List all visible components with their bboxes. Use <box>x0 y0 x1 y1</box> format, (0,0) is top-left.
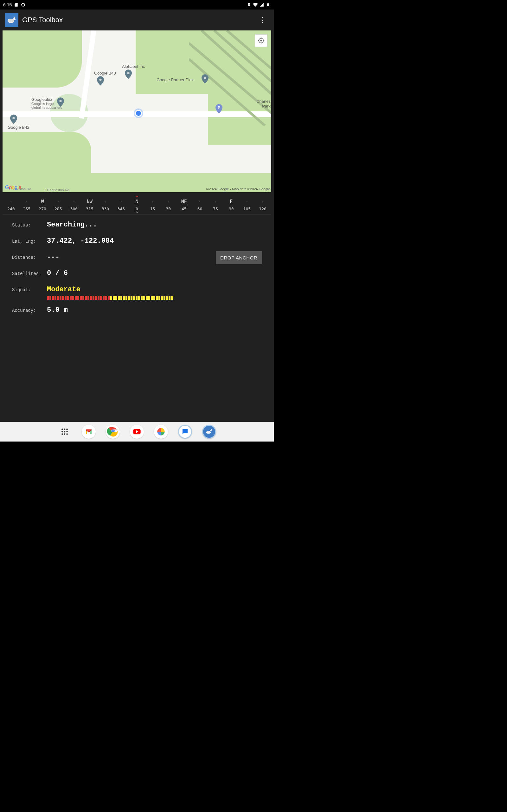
svg-point-1 <box>22 4 24 6</box>
signal-segment <box>161 296 163 300</box>
signal-segment <box>138 296 140 300</box>
latlng-label: Lat, Lng: <box>12 239 47 244</box>
android-nav-bar <box>0 422 274 442</box>
compass-heading-down-icon: ⌄ <box>135 193 139 197</box>
signal-segment <box>115 296 117 300</box>
svg-point-11 <box>61 428 63 430</box>
app-drawer-icon[interactable] <box>58 425 72 439</box>
signal-segment <box>113 296 115 300</box>
compass-degree: 105 <box>239 206 255 211</box>
signal-segment <box>110 296 112 300</box>
messages-icon[interactable] <box>178 425 192 439</box>
signal-segment <box>153 296 155 300</box>
signal-segment <box>47 296 49 300</box>
map-label-b40: Google B40 <box>94 71 116 75</box>
signal-segment <box>67 296 69 300</box>
compass-direction: NW <box>82 199 98 205</box>
signal-segment <box>65 296 66 300</box>
compass-direction: ▿ <box>239 199 255 205</box>
signal-segment <box>82 296 84 300</box>
compass-direction: ▿ <box>192 199 208 205</box>
compass-degree: 300 <box>66 206 82 211</box>
compass-direction: ▿ <box>113 199 129 205</box>
signal-segment <box>135 296 137 300</box>
signal-segment <box>103 296 105 300</box>
map-copyright: ©2024 Google - Map data ©2024 Google <box>206 187 270 191</box>
signal-segment <box>60 296 61 300</box>
compass-degree: 120 <box>255 206 271 211</box>
signal-segment <box>141 296 143 300</box>
location-icon <box>246 2 251 7</box>
signal-segment <box>90 296 92 300</box>
signal-segment <box>164 296 165 300</box>
svg-point-24 <box>206 431 211 434</box>
compass-direction: ▿ <box>160 199 176 205</box>
map-pin[interactable] <box>57 97 64 107</box>
overflow-menu-button[interactable]: ⋮ <box>257 13 269 27</box>
compass-strip[interactable]: ⌄ ▿▿W▿▿NW▿▿N▿▿NE▿▿E▿▿ 240255270285300315… <box>3 192 271 214</box>
parking-pin[interactable]: P <box>216 104 222 113</box>
compass-degree: 60 <box>192 206 208 211</box>
compass-degree: 90 <box>223 206 239 211</box>
compass-degree: 330 <box>98 206 113 211</box>
signal-segment <box>98 296 100 300</box>
compass-direction: NE <box>176 199 192 205</box>
signal-segment <box>105 296 107 300</box>
accuracy-value: 5.0 m <box>47 306 68 314</box>
compass-degree: 45 <box>176 206 192 211</box>
my-location-button[interactable] <box>255 34 268 47</box>
signal-segment <box>49 296 51 300</box>
signal-segment <box>118 296 120 300</box>
gmail-icon[interactable] <box>82 425 96 439</box>
svg-point-14 <box>61 431 63 433</box>
signal-segment <box>123 296 125 300</box>
signal-segment <box>143 296 145 300</box>
distance-value: --- <box>47 253 60 261</box>
sd-card-icon <box>14 2 19 7</box>
chrome-icon[interactable] <box>106 425 120 439</box>
map-label-b42: Google B42 <box>8 125 30 130</box>
signal-segment <box>95 296 97 300</box>
status-time: 6:15 <box>3 2 12 7</box>
svg-point-17 <box>61 433 63 435</box>
wifi-icon <box>253 2 258 7</box>
signal-segment <box>171 296 173 300</box>
youtube-icon[interactable] <box>130 425 144 439</box>
map-pin[interactable] <box>97 76 104 86</box>
android-status-bar: 6:15 <box>0 0 274 9</box>
compass-direction: N <box>129 199 145 205</box>
signal-segment <box>52 296 54 300</box>
compass-direction: E <box>223 199 239 205</box>
compass-direction: ▿ <box>255 199 271 205</box>
map-pin[interactable] <box>10 114 17 124</box>
gps-toolbox-icon[interactable] <box>202 425 216 439</box>
satellites-value: 0 / 6 <box>47 269 68 277</box>
map-view[interactable]: Googleplex Google's large global headqua… <box>3 31 271 192</box>
svg-point-7 <box>12 117 14 119</box>
compass-direction: ▿ <box>208 199 223 205</box>
current-location-dot <box>135 110 142 117</box>
signal-value: Moderate <box>47 286 80 293</box>
svg-point-16 <box>66 431 68 433</box>
compass-degree: 270 <box>35 206 50 211</box>
signal-segment <box>72 296 74 300</box>
signal-segment <box>151 296 153 300</box>
compass-degree: 30 <box>160 206 176 211</box>
compass-degree: 285 <box>50 206 66 211</box>
map-road-label: E Charleston Rd <box>44 188 69 192</box>
drop-anchor-button[interactable]: DROP ANCHOR <box>216 251 262 264</box>
photos-icon[interactable] <box>154 425 168 439</box>
svg-point-9 <box>260 40 262 42</box>
map-pin[interactable] <box>202 74 209 84</box>
svg-point-6 <box>204 77 206 79</box>
signal-segment <box>156 296 158 300</box>
signal-segment <box>75 296 77 300</box>
app-notif-icon <box>20 2 26 7</box>
svg-point-4 <box>99 79 101 81</box>
svg-point-19 <box>66 433 68 435</box>
signal-segment <box>166 296 168 300</box>
compass-direction: ▿ <box>145 199 161 205</box>
app-title: GPS Toolbox <box>22 16 63 24</box>
map-pin[interactable] <box>125 69 132 79</box>
gps-data-panel: Status: Searching... Lat, Lng: 37.422, -… <box>3 214 271 334</box>
